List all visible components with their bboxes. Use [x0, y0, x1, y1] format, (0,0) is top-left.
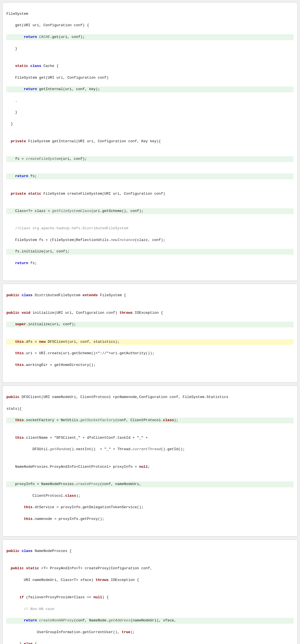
code-line: fs.initialize(uri, conf); — [6, 249, 294, 255]
code-line: stats){ — [6, 406, 294, 412]
code-line: ClientProtocol.class); — [6, 493, 294, 499]
code-line: . — [6, 98, 294, 104]
code-line: return getInternal(uri, conf, key); — [6, 86, 294, 92]
code-line: private FileSystem getInternal(URI uri, … — [6, 139, 294, 144]
page-container: FileSystem get(URI uri, Configuration co… — [2, 2, 298, 644]
code-line: this.dtService = proxyInfo.getDelegation… — [6, 505, 294, 510]
code-line: URI nameNodeUri, Class<T> xface) throws … — [6, 577, 294, 583]
code-line: NameNodeProxies.ProxyAndInfo<ClientProto… — [6, 464, 294, 470]
code-line: fs = createFileSystem(uri, conf); — [6, 156, 294, 162]
code-line: if (failoverProxyProviderClass == null) … — [6, 595, 294, 600]
code-line: } — [6, 46, 294, 52]
code-line: FileSystem get(URI uri, Configuration co… — [6, 75, 294, 81]
code-line: return fs; — [6, 261, 294, 266]
code-line: this.uri = URI.create(uri.getScheme()+":… — [6, 351, 294, 356]
code-line: // Non-HA case — [6, 606, 294, 612]
code-line: UserGroupInformation.getCurrentUser(), t… — [6, 629, 294, 635]
code-line: public DFSClient(URI nameNodeUri, Client… — [6, 394, 294, 400]
code-line: get(URI uri, Configuration conf) { — [6, 23, 294, 28]
code-line: } else { — [6, 641, 294, 644]
code-line: this.workingDir = getHomeDirectory(); — [6, 362, 294, 368]
code-line: this.clientName = "DFSClient_" + dfsClie… — [6, 435, 294, 441]
code-line: public void initialize(URI uri, Configur… — [6, 310, 294, 316]
code-block-dfsclient: public DFSClient(URI nameNodeUri, Client… — [2, 385, 298, 537]
code-line: proxyInfo = NameNodeProxies.createProxy(… — [6, 481, 294, 487]
code-line: public class DistributedFileSystem exten… — [6, 293, 294, 298]
code-line: FileSystem fs = (FileSystem)ReflectionUt… — [6, 237, 294, 243]
code-line: static class Cache { — [6, 63, 294, 69]
code-line: DFSUtil.getRandom().nextInt() + "_" + Th… — [6, 447, 294, 452]
code-line: return createNonHAProxy(conf, NameNode.g… — [6, 618, 294, 624]
code-line: } — [6, 121, 294, 127]
code-line: //class org.apache.hadoop.hdfs.Distribut… — [6, 226, 294, 231]
code-block-namenodeproxies: public class NameNodeProxies { public st… — [2, 539, 298, 644]
code-line: return fs; — [6, 173, 294, 179]
code-line: public static <T> ProxyAndInfo<T> create… — [6, 566, 294, 571]
code-line: this.dfs = new DFSClient(uri, conf, stat… — [6, 339, 294, 345]
code-line: super.initialize(uri, conf); — [6, 322, 294, 327]
code-block-filesystem: FileSystem get(URI uri, Configuration co… — [2, 2, 298, 281]
code-line: FileSystem — [6, 11, 294, 17]
code-line: return CACHE.get(uri, conf); — [6, 34, 294, 40]
code-line: Class<?> clazz = getFileSystemClass(uri.… — [6, 208, 294, 214]
code-line: this.namenode = proxyInfo.getProxy(); — [6, 516, 294, 522]
code-line: this.socketFactory = NetUtils.getSocketF… — [6, 418, 294, 423]
code-line: } — [6, 110, 294, 115]
code-block-dfs: public class DistributedFileSystem exten… — [2, 284, 298, 383]
code-line: private static FileSystem createFileSyst… — [6, 191, 294, 197]
code-line: public class NameNodeProxies { — [6, 548, 294, 554]
